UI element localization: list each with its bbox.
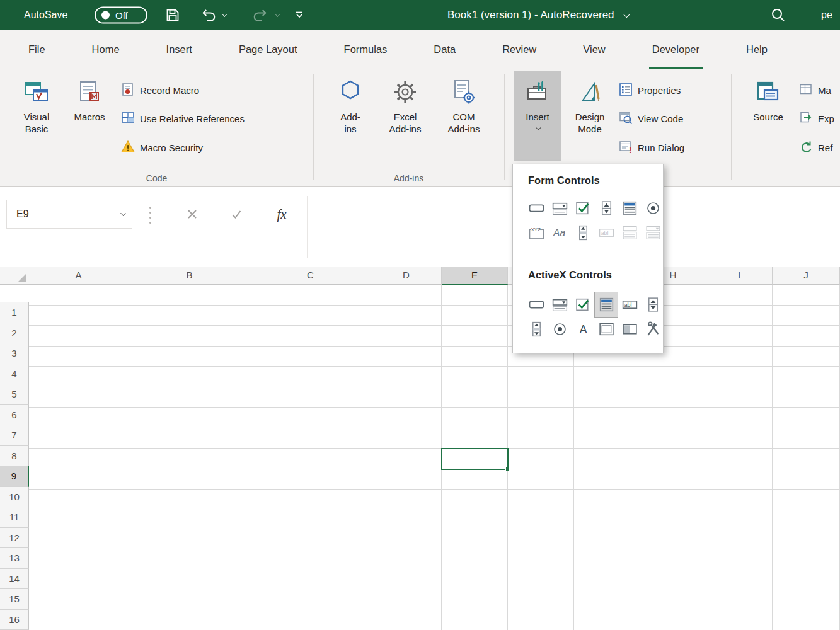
grid-line <box>371 285 371 630</box>
run-dialog-button[interactable]: ! Run Dialog <box>619 139 684 156</box>
row-header-13[interactable]: 13 <box>0 548 29 569</box>
search-icon[interactable] <box>770 7 786 23</box>
tab-file[interactable]: File <box>5 30 69 69</box>
enter-icon[interactable] <box>224 202 248 226</box>
form-control-option-button[interactable] <box>642 196 664 220</box>
form-control-combo-list-edit[interactable] <box>618 220 641 245</box>
column-header-E[interactable]: E <box>442 267 508 285</box>
activex-control-list-box[interactable] <box>595 292 618 317</box>
activex-control-option-button[interactable] <box>548 317 571 341</box>
tab-review[interactable]: Review <box>479 30 560 69</box>
tab-help[interactable]: Help <box>723 30 791 69</box>
row-header-7[interactable]: 7 <box>0 425 29 446</box>
grid-cells-area[interactable] <box>29 285 840 630</box>
activex-control-text-box[interactable]: abl <box>618 292 641 317</box>
row-header-15[interactable]: 15 <box>0 589 29 610</box>
row-header-2[interactable]: 2 <box>0 323 29 344</box>
form-control-scroll-bar[interactable] <box>572 220 594 245</box>
column-header-C[interactable]: C <box>250 267 371 285</box>
form-control-text-field[interactable]: abl <box>595 220 618 245</box>
tab-insert[interactable]: Insert <box>143 30 216 69</box>
insert-controls-button[interactable]: Insert <box>514 71 561 161</box>
redo-dropdown-chevron-icon <box>275 13 279 17</box>
insert-function-icon[interactable]: fx <box>270 202 294 226</box>
excel-addins-button[interactable]: ExcelAdd-ins <box>379 71 431 161</box>
map-properties-button[interactable]: Ma <box>799 81 831 99</box>
quick-access-customize-icon[interactable] <box>295 11 304 19</box>
activex-control-scroll-bar[interactable] <box>525 317 548 341</box>
title-dropdown-chevron-icon[interactable] <box>623 11 630 18</box>
grid-line <box>29 387 840 387</box>
undo-icon[interactable] <box>200 7 217 23</box>
view-code-button[interactable]: View Code <box>619 110 683 127</box>
row-header-8[interactable]: 8 <box>0 446 29 467</box>
toolbox-icon <box>525 77 550 107</box>
grid-line <box>29 530 840 530</box>
row-header-14[interactable]: 14 <box>0 569 29 590</box>
row-header-11[interactable]: 11 <box>0 507 29 528</box>
form-control-check-box[interactable] <box>572 196 594 220</box>
column-header-B[interactable]: B <box>129 267 250 285</box>
activex-control-toggle-button[interactable] <box>618 317 641 341</box>
form-control-button[interactable] <box>525 196 548 220</box>
activex-control-image[interactable] <box>595 317 618 341</box>
tab-page-layout[interactable]: Page Layout <box>216 30 321 69</box>
fill-handle[interactable] <box>505 467 510 471</box>
undo-dropdown-chevron-icon[interactable] <box>222 13 226 17</box>
save-icon[interactable] <box>165 8 180 23</box>
name-box[interactable]: E9 <box>6 200 132 229</box>
source-icon <box>754 77 782 107</box>
row-header-3[interactable]: 3 <box>0 343 29 364</box>
row-header-6[interactable]: 6 <box>0 405 29 426</box>
row-header-10[interactable]: 10 <box>0 487 29 508</box>
source-button[interactable]: Source <box>744 71 793 161</box>
properties-button[interactable]: Properties <box>619 81 681 99</box>
form-control-combo-box[interactable] <box>548 196 571 220</box>
name-box-chevron-icon[interactable] <box>120 210 125 215</box>
column-header-A[interactable]: A <box>28 267 129 285</box>
grid-line <box>29 407 840 408</box>
column-header-I[interactable]: I <box>706 267 773 285</box>
row-header-9[interactable]: 9 <box>0 466 29 487</box>
addins-button[interactable]: Add-ins <box>326 71 374 161</box>
svg-text:!: ! <box>629 146 631 154</box>
row-header-4[interactable]: 4 <box>0 364 29 385</box>
formula-bar-drag-handle[interactable] <box>149 207 151 224</box>
activex-control-command-button[interactable] <box>525 292 548 317</box>
record-macro-button[interactable]: Record Macro <box>121 81 199 99</box>
select-all-corner[interactable] <box>0 267 28 285</box>
refresh-data-button[interactable]: Ref <box>799 139 832 156</box>
row-header-5[interactable]: 5 <box>0 384 29 405</box>
toggle-button-icon <box>621 321 638 338</box>
tab-developer[interactable]: Developer <box>629 30 723 69</box>
cancel-icon[interactable] <box>180 202 204 226</box>
form-control-list-box[interactable] <box>618 196 641 220</box>
autosave-toggle[interactable]: Off <box>95 7 147 24</box>
macros-button[interactable]: Macros <box>66 71 113 161</box>
form-control-spin-button[interactable] <box>595 196 618 220</box>
activex-control-check-box[interactable] <box>572 292 594 317</box>
row-header-16[interactable]: 16 <box>0 610 29 630</box>
com-addins-button[interactable]: COMAdd-ins <box>437 71 490 161</box>
row-header-1[interactable]: 1 <box>0 302 29 323</box>
activex-control-more-controls[interactable] <box>642 317 664 341</box>
macro-security-button[interactable]: Macro Security <box>121 139 203 156</box>
activex-control-spin-button[interactable] <box>642 292 664 317</box>
grid-line <box>250 285 250 630</box>
tab-home[interactable]: Home <box>69 30 143 69</box>
form-control-group-box[interactable]: XYZ <box>525 220 548 245</box>
form-control-combo-dropdown-edit[interactable] <box>642 220 664 245</box>
column-header-J[interactable]: J <box>773 267 840 285</box>
column-header-D[interactable]: D <box>371 267 442 285</box>
activex-control-label-a[interactable]: A <box>572 317 594 341</box>
activex-control-combo-box[interactable] <box>548 292 571 317</box>
form-control-label[interactable]: Aa <box>548 220 571 245</box>
use-relative-references-button[interactable]: Use Relative References <box>121 110 245 127</box>
design-mode-button[interactable]: DesignMode <box>565 71 614 161</box>
tab-view[interactable]: View <box>560 30 628 69</box>
export-button[interactable]: Exp <box>799 110 834 127</box>
visual-basic-button[interactable]: VisualBasic <box>13 71 60 161</box>
row-header-12[interactable]: 12 <box>0 528 29 549</box>
tab-formulas[interactable]: Formulas <box>321 30 411 69</box>
tab-data[interactable]: Data <box>410 30 479 69</box>
